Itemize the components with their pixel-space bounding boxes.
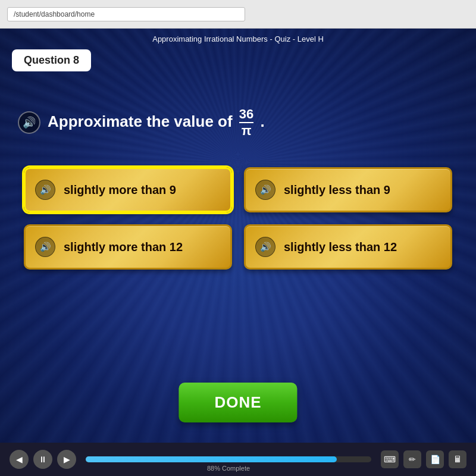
browser-bar: /student/dashboard/home (0, 0, 476, 29)
answer-speaker-3[interactable]: 🔊 (35, 237, 55, 257)
answer-speaker-icon-4: 🔊 (260, 242, 271, 252)
answer-speaker-2[interactable]: 🔊 (255, 180, 275, 200)
forward-button[interactable]: ▶ (57, 450, 76, 469)
answer-label-2: slightly less than 9 (284, 183, 390, 197)
question-text: Approximate the value of 36 π . (48, 108, 265, 137)
speaker-icon: 🔊 (23, 116, 36, 129)
question-suffix: . (261, 112, 265, 130)
answer-speaker-icon-1: 🔊 (40, 184, 51, 195)
calculator-icon: 🖩 (453, 455, 462, 464)
answer-label-3: slightly more than 12 (64, 240, 183, 254)
done-button[interactable]: DONE (178, 383, 297, 422)
quiz-container: Approximating Irrational Numbers - Quiz … (0, 29, 476, 476)
answer-label-4: slightly less than 12 (284, 240, 397, 254)
question-speaker-button[interactable]: 🔊 (18, 111, 40, 134)
progress-label: 88% Complete (207, 465, 250, 472)
question-badge: Question 8 (12, 49, 91, 71)
pencil-icon: ✏ (409, 455, 416, 464)
question-area: 🔊 Approximate the value of 36 π . (0, 108, 476, 137)
fraction-denominator: π (242, 123, 252, 137)
toolbar-right: ⌨ ✏ 📄 🖩 (381, 450, 466, 468)
calculator-button[interactable]: 🖩 (449, 450, 466, 468)
question-prefix: Approximate the value of (48, 112, 233, 130)
keyboard-icon: ⌨ (384, 455, 396, 464)
answer-speaker-icon-2: 🔊 (260, 184, 271, 195)
fraction: 36 π (239, 108, 253, 137)
pause-button[interactable]: ⏸ (33, 450, 52, 469)
answer-button-1[interactable]: 🔊 slightly more than 9 (24, 167, 232, 212)
answer-label-1: slightly more than 9 (64, 183, 176, 197)
quiz-top-label: Approximating Irrational Numbers - Quiz … (0, 29, 476, 48)
fraction-numerator: 36 (239, 108, 253, 123)
answer-speaker-icon-3: 🔊 (40, 242, 51, 252)
forward-icon: ▶ (64, 455, 70, 464)
answer-button-3[interactable]: 🔊 slightly more than 12 (24, 224, 232, 270)
document-button[interactable]: 📄 (426, 450, 444, 468)
pause-icon: ⏸ (39, 455, 47, 464)
done-button-container: DONE (178, 383, 297, 422)
back-button[interactable]: ◀ (10, 450, 29, 469)
bottom-toolbar: ◀ ⏸ ▶ 88% Complete ⌨ ✏ 📄 🖩 (0, 443, 476, 476)
document-icon: 📄 (430, 455, 440, 464)
answers-grid: 🔊 slightly more than 9 🔊 slightly less t… (24, 167, 452, 270)
progress-bar-fill (86, 456, 337, 462)
answer-speaker-4[interactable]: 🔊 (255, 237, 275, 257)
keyboard-button[interactable]: ⌨ (381, 450, 399, 468)
answer-speaker-1[interactable]: 🔊 (35, 180, 55, 200)
answer-button-2[interactable]: 🔊 slightly less than 9 (244, 167, 452, 212)
answer-button-4[interactable]: 🔊 slightly less than 12 (244, 224, 452, 270)
pencil-button[interactable]: ✏ (403, 450, 421, 468)
back-icon: ◀ (16, 455, 23, 464)
toolbar-controls: ◀ ⏸ ▶ (10, 450, 76, 469)
progress-bar-container: 88% Complete (86, 456, 371, 462)
url-bar: /student/dashboard/home (7, 7, 245, 21)
